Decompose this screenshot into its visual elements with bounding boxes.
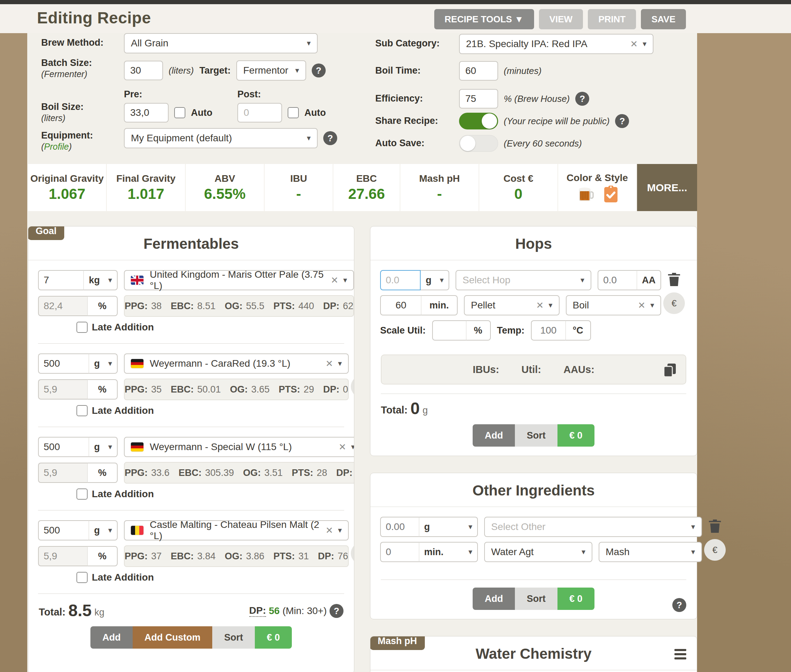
stat-color-style[interactable]: Color & Style (558, 164, 636, 211)
chevron-down-icon: ▾ (307, 134, 311, 143)
add-hop-button[interactable]: Add (473, 424, 515, 446)
hop-unit-select[interactable]: g▾ (420, 270, 449, 290)
hop-qty-input[interactable] (386, 275, 415, 286)
hop-select[interactable]: Select Hop ▾ (456, 270, 591, 290)
target-help-icon[interactable]: ? (312, 64, 326, 77)
print-button[interactable]: PRINT (588, 9, 636, 29)
fermentable-percent-input[interactable] (43, 467, 82, 478)
late-addition-checkbox[interactable] (77, 572, 88, 583)
hop-type-select[interactable]: Pellet ✕ ▾ (464, 295, 560, 315)
fermentable-stats-pill: PPG:33.6 EBC:305.39 OG:3.51 PTS:28 DP:0 (124, 462, 354, 483)
fermentable-unit-select[interactable]: g▾ (89, 437, 118, 457)
fermentable-unit-select[interactable]: kg▾ (84, 270, 118, 290)
trash-icon[interactable] (667, 272, 681, 288)
clear-icon[interactable]: ✕ (339, 442, 346, 453)
other-time-unit-select[interactable]: min.▾ (419, 542, 478, 562)
other-type-select[interactable]: Water Agt ▾ (484, 542, 592, 562)
late-addition-checkbox[interactable] (77, 488, 88, 500)
share-recipe-toggle[interactable] (459, 113, 498, 130)
hop-aa-input[interactable] (603, 275, 632, 286)
fermentable-percent-input[interactable] (43, 384, 82, 395)
fermentable-select[interactable]: Weyermann - CaraRed (19.3 °L) ✕ ▾ (124, 354, 349, 374)
clear-icon[interactable]: ✕ (638, 300, 645, 311)
equipment-select[interactable]: My Equipment (default) ▾ (124, 128, 318, 148)
boil-time-input[interactable] (459, 61, 498, 81)
other-use-select[interactable]: Mash ▾ (598, 542, 702, 562)
temp-input[interactable] (536, 325, 561, 336)
batch-size-input[interactable] (124, 61, 163, 80)
add-other-button[interactable]: Add (473, 587, 515, 610)
fermentables-title: Fermentables (28, 226, 354, 260)
trash-icon[interactable] (708, 518, 722, 534)
euro-cost-button[interactable]: € (663, 293, 685, 314)
browser-top-bar (0, 0, 791, 4)
fermentable-percent-input[interactable] (43, 301, 82, 312)
target-select[interactable]: Fermentor ▾ (236, 60, 306, 81)
copy-icon[interactable] (663, 363, 677, 378)
share-recipe-help-icon[interactable]: ? (615, 114, 629, 128)
efficiency-input[interactable] (459, 89, 498, 109)
add-fermentable-button[interactable]: Add (90, 626, 132, 649)
mash-ph-badge[interactable]: Mash pH (370, 636, 425, 650)
clear-icon[interactable]: ✕ (536, 300, 544, 311)
post-auto-label: Auto (304, 107, 326, 118)
sort-fermentables-button[interactable]: Sort (212, 626, 255, 649)
sort-other-button[interactable]: Sort (515, 587, 557, 610)
fermentable-select[interactable]: Castle Malting - Chateau Pilsen Malt (2 … (124, 520, 349, 541)
fermentable-qty-input[interactable] (43, 275, 79, 286)
efficiency-help-icon[interactable]: ? (575, 92, 589, 106)
equipment-help-icon[interactable]: ? (323, 131, 337, 145)
fermentable-percent-input[interactable] (43, 550, 82, 562)
other-unit-select[interactable]: g▾ (419, 517, 478, 537)
fermentable-qty-input[interactable] (43, 358, 84, 369)
euro-cost-button[interactable]: € (351, 376, 354, 397)
brew-method-select[interactable]: All Grain ▾ (124, 33, 318, 53)
save-button[interactable]: SAVE (641, 9, 686, 29)
more-stats-button[interactable]: MORE... (637, 164, 697, 211)
clear-icon[interactable]: ✕ (325, 358, 333, 369)
stat-ebc: EBC27.66 (334, 164, 400, 211)
recipe-tools-button[interactable]: RECIPE TOOLS ▼ (434, 9, 534, 29)
germany-flag-icon (131, 359, 143, 368)
hops-cost-button[interactable]: € 0 (557, 424, 594, 446)
view-button[interactable]: VIEW (539, 9, 583, 29)
fermentable-stats-pill: PPG:37 EBC:3.84 OG:3.86 PTS:31 DP:76 (124, 546, 349, 567)
other-help-icon[interactable]: ? (672, 598, 686, 612)
euro-cost-button[interactable]: € (351, 542, 354, 564)
sub-category-select[interactable]: 21B. Specialty IPA: Red IPA ✕ ▾ (459, 34, 653, 54)
late-addition-checkbox[interactable] (77, 405, 88, 416)
hop-use-select[interactable]: Boil ✕ ▾ (566, 295, 661, 315)
pre-auto-checkbox[interactable] (174, 107, 185, 118)
fermentable-row: g▾ Castle Malting - Chateau Pilsen Malt … (38, 510, 344, 588)
other-time-input[interactable] (386, 546, 414, 558)
clear-icon[interactable]: ✕ (630, 39, 638, 50)
goal-badge[interactable]: Goal (28, 226, 64, 240)
fermentable-select[interactable]: United Kingdom - Maris Otter Pale (3.75 … (124, 270, 354, 290)
dp-help-icon[interactable]: ? (329, 604, 343, 618)
batch-size-label: Batch Size: (41, 58, 92, 69)
clear-icon[interactable]: ✕ (331, 275, 338, 286)
fermentable-select[interactable]: Weyermann - Special W (115 °L) ✕ ▾ (124, 437, 354, 457)
scale-util-input[interactable] (438, 325, 461, 336)
fermentable-unit-select[interactable]: g▾ (89, 520, 118, 541)
fermentable-qty-input[interactable] (43, 525, 84, 536)
post-auto-checkbox[interactable] (288, 107, 299, 118)
clear-icon[interactable]: ✕ (325, 525, 333, 536)
fermentable-unit-select[interactable]: g▾ (89, 354, 118, 374)
other-qty-input[interactable] (386, 521, 414, 533)
hop-time-input[interactable] (386, 300, 416, 311)
sort-hops-button[interactable]: Sort (515, 424, 557, 446)
fermentables-cost-button[interactable]: € 0 (255, 626, 292, 649)
page-header: Editing Recipe RECIPE TOOLS ▼ VIEW PRINT… (0, 4, 791, 33)
auto-save-toggle[interactable] (459, 135, 498, 152)
pre-boil-input[interactable] (124, 103, 168, 122)
post-boil-input[interactable] (237, 103, 282, 122)
euro-cost-button[interactable]: € (704, 539, 726, 561)
other-select[interactable]: Select Other ▾ (484, 517, 702, 537)
other-cost-button[interactable]: € 0 (557, 587, 594, 610)
late-addition-checkbox[interactable] (77, 322, 88, 333)
fermentable-qty-input[interactable] (43, 442, 84, 453)
add-custom-fermentable-button[interactable]: Add Custom (133, 626, 212, 649)
menu-icon[interactable] (674, 649, 686, 662)
equipment-profile-link[interactable]: (Profile) (41, 142, 72, 152)
